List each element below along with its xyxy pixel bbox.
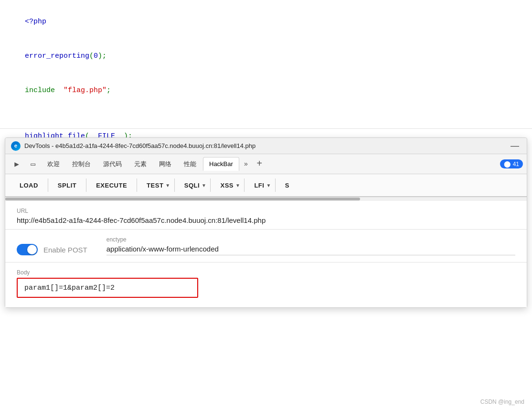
post-section: Enable POST enctype application/x-www-fo… — [5, 230, 527, 262]
post-toggle-container: Enable POST — [17, 244, 87, 255]
toolbar-separator-7 — [275, 178, 276, 192]
hackbar-content: URL http://e4b5a1d2-a1fa-4244-8fec-7cd60… — [5, 201, 527, 307]
enable-post-toggle[interactable] — [17, 244, 38, 255]
enctype-value[interactable]: application/x-www-form-urlencoded — [106, 245, 515, 255]
csdn-watermark: CSDN @ing_end — [480, 399, 524, 405]
toolbar-separator-5 — [210, 178, 211, 192]
post-toggle-label: Enable POST — [43, 246, 87, 254]
code-line-4 — [8, 108, 524, 119]
hackbar-test-dropdown[interactable]: TEST ▼ — [138, 178, 173, 193]
edge-browser-icon: e — [11, 141, 21, 151]
tab-icon-mobile[interactable]: ▭ — [25, 157, 41, 172]
hackbar-sqli-dropdown[interactable]: SQLI ▼ — [176, 178, 210, 193]
toolbar-separator-2 — [86, 178, 86, 192]
devtools-window: e DevTools - e4b5a1d2-a1fa-4244-8fec-7cd… — [5, 137, 527, 308]
url-value[interactable]: http://e4b5a1d2-a1fa-4244-8fec-7cd60f5aa… — [17, 216, 515, 224]
sqli-dropdown-arrow: ▼ — [202, 183, 206, 188]
hackbar-load-button[interactable]: LOAD — [11, 178, 47, 193]
url-label: URL — [17, 208, 515, 214]
scrollbar-area[interactable] — [5, 197, 527, 201]
tab-welcome[interactable]: 欢迎 — [42, 157, 65, 171]
devtools-badge: ⬤ 41 — [500, 159, 523, 168]
code-area: <?php error_reporting(0); include "flag.… — [0, 0, 532, 129]
hackbar-lfi-dropdown[interactable]: LFI ▼ — [245, 178, 274, 193]
tab-elements[interactable]: 元素 — [128, 157, 152, 171]
hackbar-execute-button[interactable]: EXECUTE — [87, 178, 136, 193]
devtools-close-button[interactable]: — — [509, 141, 521, 151]
tab-icon-pointer[interactable]: ▶ — [9, 157, 24, 172]
hackbar-xss-dropdown[interactable]: XSS ▼ — [212, 178, 243, 193]
body-label: Body — [17, 269, 515, 276]
tab-sources[interactable]: 源代码 — [97, 157, 128, 171]
code-line-1: <?php — [8, 5, 524, 39]
hackbar-toolbar: LOAD SPLIT EXECUTE TEST ▼ SQLI ▼ XSS ▼ L… — [5, 174, 527, 197]
devtools-tabs-bar: ▶ ▭ 欢迎 控制台 源代码 元素 网络 性能 HackBar » + ⬤ 41 — [5, 154, 527, 174]
tab-network[interactable]: 网络 — [153, 157, 177, 171]
devtools-badge-count: 41 — [513, 161, 519, 168]
test-dropdown-arrow: ▼ — [165, 183, 170, 188]
devtools-title-left: e DevTools - e4b5a1d2-a1fa-4244-8fec-7cd… — [11, 141, 255, 151]
code-line-3: include "flag.php"; — [8, 73, 524, 108]
tab-performance[interactable]: 性能 — [178, 157, 202, 171]
xss-dropdown-arrow: ▼ — [235, 183, 240, 188]
toolbar-separator-4 — [174, 178, 175, 192]
devtools-titlebar: e DevTools - e4b5a1d2-a1fa-4244-8fec-7cd… — [5, 138, 527, 154]
body-section: Body param1[]=1&param2[]=2 — [5, 262, 527, 307]
url-section: URL http://e4b5a1d2-a1fa-4244-8fec-7cd60… — [5, 201, 527, 230]
lfi-dropdown-arrow: ▼ — [266, 183, 271, 188]
toolbar-separator-3 — [137, 178, 137, 192]
tab-console[interactable]: 控制台 — [66, 157, 96, 171]
toggle-knob — [27, 245, 37, 254]
hackbar-more-button[interactable]: S — [277, 178, 298, 193]
devtools-badge-icon: ⬤ — [504, 160, 511, 168]
tab-more-button[interactable]: » — [240, 158, 252, 170]
hackbar-split-button[interactable]: SPLIT — [49, 178, 85, 193]
enctype-label: enctype — [106, 236, 515, 243]
tab-add-button[interactable]: + — [253, 158, 266, 169]
tab-hackbar[interactable]: HackBar — [203, 157, 239, 171]
body-input-value[interactable]: param1[]=1&param2[]=2 — [24, 284, 115, 292]
toolbar-separator-6 — [244, 178, 245, 192]
toolbar-separator-1 — [48, 178, 48, 192]
devtools-title: DevTools - e4b5a1d2-a1fa-4244-8fec-7cd60… — [24, 142, 255, 149]
scrollbar-thumb — [5, 198, 360, 200]
code-line-2: error_reporting(0); — [8, 39, 524, 73]
enctype-section: enctype application/x-www-form-urlencode… — [106, 236, 515, 255]
body-input-container[interactable]: param1[]=1&param2[]=2 — [17, 278, 198, 298]
